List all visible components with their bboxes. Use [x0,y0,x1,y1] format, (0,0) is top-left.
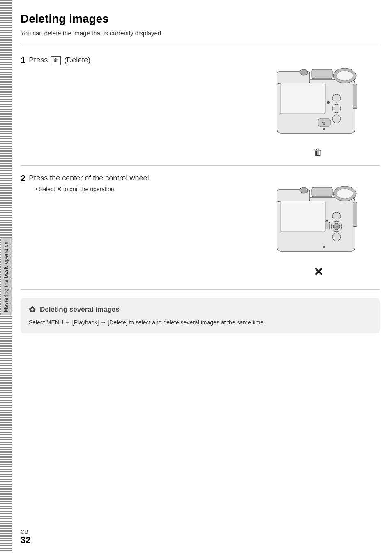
step-1: 1 Press 🗑 (Delete). [21,48,380,166]
step-1-title: Press 🗑 (Delete). [29,55,92,65]
svg-rect-35 [280,201,325,232]
svg-point-33 [326,220,328,222]
delete-icon-step1: 🗑 [51,56,61,65]
svg-point-15 [323,128,325,130]
svg-rect-4 [312,69,332,79]
divider-top [21,44,380,44]
sidebar-label: Mastering the basic operation [0,0,12,553]
svg-point-3 [337,71,353,81]
tip-title: Deleting several images [40,305,120,314]
step-2-arrow-label: ✕ [314,265,323,279]
step-1-left: 1 Press 🗑 (Delete). [21,55,248,69]
step-2-header: 2 Press the center of the control wheel.… [21,173,248,192]
svg-rect-11 [353,84,357,109]
step-2-bullets: Select ✕ to quit the operation. [35,186,151,192]
step-1-right: 🗑 🗑 [256,55,380,158]
svg-point-10 [332,115,341,123]
step-1-header: 1 Press 🗑 (Delete). [21,55,248,66]
svg-point-22 [300,187,308,193]
svg-point-12 [327,101,330,104]
step-2-left: 2 Press the center of the control wheel.… [21,173,248,196]
svg-rect-30 [353,202,357,227]
svg-point-8 [332,94,341,102]
divider-bottom [21,289,380,290]
svg-point-20 [337,189,353,199]
camera-illustration-1: 🗑 [265,55,371,146]
main-content: Deleting images You can delete the image… [21,0,380,350]
sidebar-label-text: Mastering the basic operation [1,238,12,315]
tip-body: Select MENU → [Playback] → [Delete] to s… [29,318,371,327]
svg-point-25 [332,212,341,220]
page-title: Deleting images [21,12,380,25]
step-1-number: 1 [21,55,25,66]
subtitle: You can delete the image that is current… [21,30,380,37]
tip-icon: ✿ [29,305,36,315]
step-2-bullet-1: Select ✕ to quit the operation. [35,186,151,192]
page-lang: GB [21,529,28,535]
step-2-right: OK ✕ ✕ [256,173,380,279]
svg-point-29 [332,233,341,241]
svg-text:OK: OK [334,225,340,229]
svg-point-9 [332,104,341,113]
step-1-arrow-label: 🗑 [314,147,323,158]
svg-point-5 [300,69,308,75]
step-2: 2 Press the center of the control wheel.… [21,166,380,286]
camera-illustration-2: OK ✕ [265,173,371,264]
page-number: 32 [21,535,30,545]
step-2-title: Press the center of the control wheel. [29,174,151,182]
step-2-number: 2 [21,173,25,184]
svg-text:🗑: 🗑 [322,120,326,125]
tip-box: ✿ Deleting several images Select MENU → … [21,298,380,333]
svg-rect-21 [312,187,332,197]
svg-point-34 [323,246,325,248]
svg-rect-16 [280,83,325,114]
tip-header: ✿ Deleting several images [29,305,371,315]
page-footer: GB 32 [21,529,30,546]
